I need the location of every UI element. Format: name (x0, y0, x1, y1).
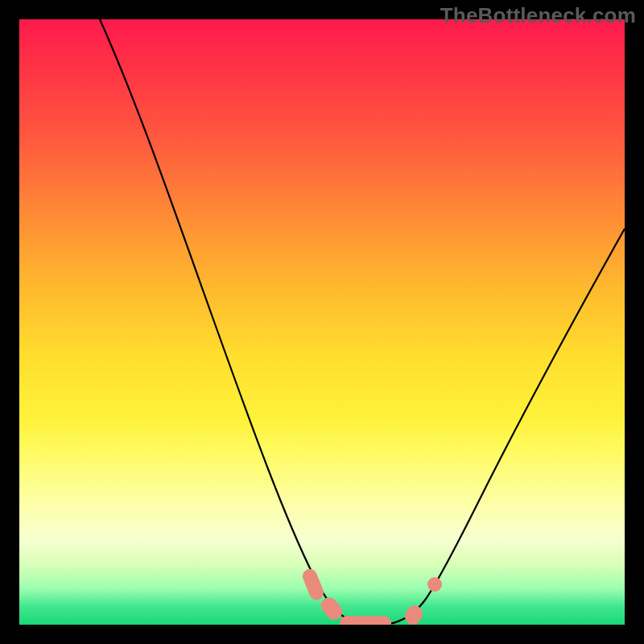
svg-point-4 (427, 577, 442, 592)
svg-rect-0 (300, 567, 326, 602)
chart-frame (19, 19, 625, 625)
bottom-markers (300, 567, 442, 625)
svg-rect-3 (402, 603, 425, 625)
bottleneck-curve (100, 19, 625, 625)
svg-rect-2 (340, 616, 391, 625)
chart-curves (19, 19, 625, 625)
watermark-text: TheBottleneck.com (440, 3, 636, 28)
